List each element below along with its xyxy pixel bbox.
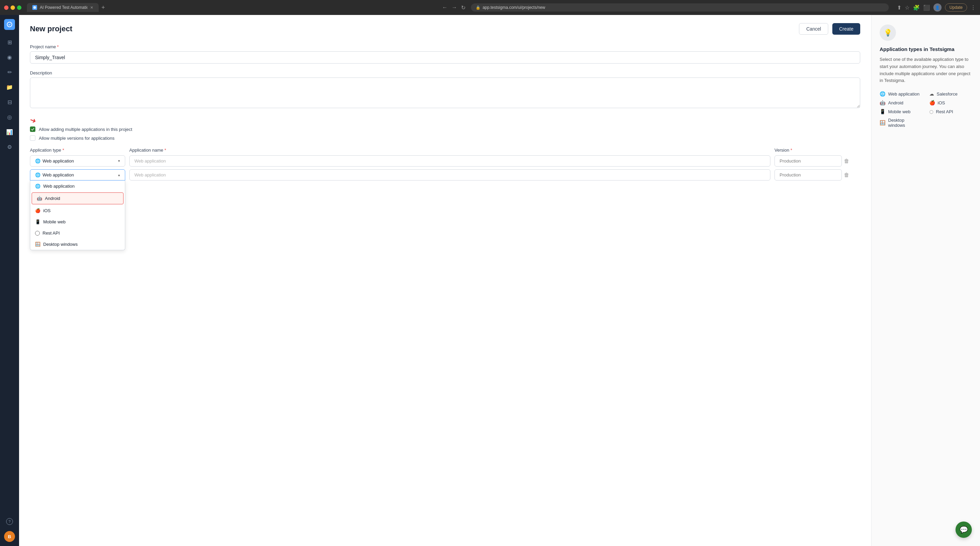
app-layout: ⊞ ◉ ✏ 📁 ⊟ ◎ 📊 ⚙ ? B bbox=[0, 15, 980, 546]
reload-button[interactable]: ↻ bbox=[461, 5, 466, 11]
web-option-icon: 🌐 bbox=[35, 184, 40, 189]
panel-rest-api-icon: ◌ bbox=[929, 109, 933, 114]
chevron-down-icon-1: ▾ bbox=[118, 159, 120, 163]
table-row: 🌐 Web application ▴ 🌐 Web application bbox=[30, 169, 860, 181]
checkbox-row-1: Allow adding multiple applications in th… bbox=[30, 127, 860, 132]
app-type-dropdown-menu: 🌐 Web application 🤖 Android 🍎 iOS bbox=[30, 181, 125, 250]
folder-icon: 📁 bbox=[6, 84, 13, 90]
delete-row-1-button[interactable]: 🗑 bbox=[844, 156, 850, 167]
table-row: 🌐 Web application ▾ 🗑 bbox=[30, 156, 860, 167]
description-section: Description bbox=[30, 70, 860, 110]
app-type-select-1[interactable]: 🌐 Web application ▾ bbox=[30, 156, 125, 167]
help-icon: ? bbox=[6, 518, 13, 525]
version-row-1: 🗑 bbox=[775, 156, 843, 167]
dropdown-option-rest-api[interactable]: Rest API bbox=[30, 227, 125, 239]
description-label: Description bbox=[30, 70, 860, 76]
panel-app-type-rest-api: ◌ Rest API bbox=[929, 109, 972, 114]
chat-fab-button[interactable]: 💬 bbox=[956, 522, 972, 538]
panel-salesforce-icon: ☁ bbox=[929, 91, 934, 97]
page-header: New project Cancel Create bbox=[30, 23, 860, 35]
address-bar[interactable]: 🔒 app.testsigma.com/ui/projects/new bbox=[471, 3, 889, 11]
app-name-input-1[interactable] bbox=[129, 156, 770, 167]
main-content: New project Cancel Create Project name *… bbox=[19, 15, 980, 546]
sidebar-item-edit[interactable]: ✏ bbox=[3, 65, 16, 79]
traffic-lights bbox=[4, 5, 21, 10]
minimize-traffic-light[interactable] bbox=[11, 5, 15, 10]
desktop-option-icon: 🪟 bbox=[35, 242, 40, 247]
form-area: New project Cancel Create Project name *… bbox=[19, 15, 871, 546]
browser-controls: ← → ↻ bbox=[442, 5, 466, 11]
table-header: Application type * Application name * Ve… bbox=[30, 148, 860, 152]
url-text: app.testsigma.com/ui/projects/new bbox=[482, 5, 545, 10]
browser-actions: ⬆ ☆ 🧩 ⬛ 👤 Update ⋮ bbox=[897, 3, 976, 11]
sidebar-item-settings[interactable]: ⚙ bbox=[3, 140, 16, 154]
edit-icon: ✏ bbox=[8, 69, 12, 76]
dashboard-icon: ◉ bbox=[7, 54, 12, 60]
close-traffic-light[interactable] bbox=[4, 5, 8, 10]
required-star: * bbox=[57, 44, 59, 49]
panel-app-type-ios: 🍎 iOS bbox=[929, 100, 972, 105]
app-types-grid: 🌐 Web application ☁ Salesforce 🤖 Android… bbox=[880, 91, 972, 128]
extensions-icon[interactable]: 🧩 bbox=[913, 5, 920, 11]
help-icon-container: 💡 bbox=[880, 24, 896, 41]
modules-icon: ⊟ bbox=[8, 99, 12, 105]
menu-icon[interactable]: ⋮ bbox=[970, 5, 976, 11]
delete-row-2-button[interactable]: 🗑 bbox=[844, 170, 850, 181]
description-input[interactable] bbox=[30, 78, 860, 108]
bookmark-icon[interactable]: ☆ bbox=[905, 5, 910, 11]
panel-title: Application types in Testsigma bbox=[880, 46, 972, 52]
sidebar-toggle-icon[interactable]: ⬛ bbox=[923, 5, 930, 11]
dropdown-option-ios[interactable]: 🍎 iOS bbox=[30, 205, 125, 216]
allow-multiple-apps-checkbox[interactable] bbox=[30, 127, 35, 132]
app-name-input-2[interactable] bbox=[129, 169, 770, 181]
sidebar-bottom: ? B bbox=[3, 515, 16, 542]
sidebar-logo[interactable] bbox=[4, 19, 15, 30]
back-button[interactable]: ← bbox=[442, 5, 447, 11]
forward-button[interactable]: → bbox=[452, 5, 457, 11]
app-type-dropdown-1: 🌐 Web application ▾ bbox=[30, 156, 125, 167]
sidebar-item-modules[interactable]: ⊟ bbox=[3, 95, 16, 109]
app-type-col-header: Application type * bbox=[30, 148, 125, 152]
header-actions: Cancel Create bbox=[799, 23, 860, 35]
app-type-select-2[interactable]: 🌐 Web application ▴ bbox=[30, 169, 125, 181]
sidebar-item-help[interactable]: ? bbox=[3, 515, 16, 529]
dropdown-option-android[interactable]: 🤖 Android bbox=[32, 192, 124, 204]
application-table: Application type * Application name * Ve… bbox=[30, 148, 860, 181]
panel-app-type-mobile-web: 📱 Mobile web bbox=[880, 109, 923, 114]
dropdown-option-desktop[interactable]: 🪟 Desktop windows bbox=[30, 239, 125, 250]
sidebar: ⊞ ◉ ✏ 📁 ⊟ ◎ 📊 ⚙ ? B bbox=[0, 15, 19, 546]
project-name-label: Project name * bbox=[30, 44, 860, 49]
version-row-2: 🗑 bbox=[775, 169, 843, 181]
tab-favicon bbox=[32, 5, 37, 10]
share-icon[interactable]: ⬆ bbox=[897, 5, 901, 11]
svg-point-0 bbox=[33, 6, 36, 9]
tab-bar: AI Powered Test Automation Pl ✕ + bbox=[27, 3, 435, 12]
maximize-traffic-light[interactable] bbox=[17, 5, 21, 10]
sidebar-item-folder[interactable]: 📁 bbox=[3, 80, 16, 94]
cancel-button[interactable]: Cancel bbox=[799, 23, 828, 35]
project-name-input[interactable] bbox=[30, 51, 860, 63]
sidebar-item-grid[interactable]: ⊞ bbox=[3, 35, 16, 49]
panel-description: Select one of the available application … bbox=[880, 56, 972, 84]
sidebar-item-dashboard[interactable]: ◉ bbox=[3, 50, 16, 64]
active-tab[interactable]: AI Powered Test Automation Pl ✕ bbox=[27, 3, 99, 12]
sidebar-item-target[interactable]: ◎ bbox=[3, 110, 16, 124]
allow-multiple-versions-checkbox[interactable] bbox=[30, 135, 35, 141]
new-tab-button[interactable]: + bbox=[102, 4, 105, 11]
dropdown-option-web[interactable]: 🌐 Web application bbox=[30, 181, 125, 192]
profile-icon[interactable]: 👤 bbox=[933, 3, 942, 11]
allow-multiple-apps-label: Allow adding multiple applications in th… bbox=[39, 127, 132, 132]
avatar[interactable]: B bbox=[4, 531, 15, 542]
update-button[interactable]: Update bbox=[945, 3, 967, 11]
sidebar-item-reports[interactable]: 📊 bbox=[3, 125, 16, 139]
tab-close-button[interactable]: ✕ bbox=[90, 5, 93, 10]
version-input-2[interactable] bbox=[775, 169, 842, 181]
chat-icon: 💬 bbox=[959, 525, 968, 534]
chart-icon: 📊 bbox=[6, 129, 13, 135]
project-name-section: Project name * bbox=[30, 44, 860, 63]
web-app-icon-2: 🌐 bbox=[35, 172, 40, 178]
panel-app-type-desktop: 🪟 Desktop windows bbox=[880, 117, 923, 128]
version-input-1[interactable] bbox=[775, 156, 842, 167]
dropdown-option-mobile-web[interactable]: 📱 Mobile web bbox=[30, 216, 125, 227]
create-button[interactable]: Create bbox=[832, 23, 860, 35]
